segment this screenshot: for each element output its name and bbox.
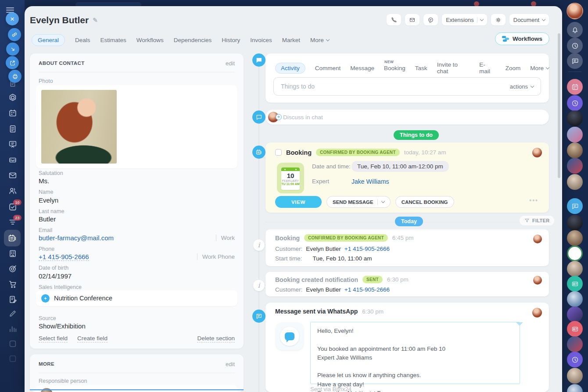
chat-user-avatar[interactable] [567, 261, 583, 277]
sales-intelligence-field[interactable]: Nutrition Conference [36, 290, 237, 306]
sidebar-item-docs[interactable] [8, 124, 18, 134]
expert-link[interactable]: Jake Williams [351, 178, 389, 185]
print-button[interactable] [8, 70, 22, 83]
tab-message[interactable]: Message [350, 65, 374, 71]
salutation-value[interactable]: Ms. [39, 177, 49, 185]
discuss-input[interactable] [283, 114, 546, 121]
customer-phone-link[interactable]: +1 415-905-2666 [344, 246, 390, 252]
chat-booking-channel[interactable] [567, 79, 583, 95]
chat-user-avatar[interactable] [567, 127, 583, 143]
view-button[interactable]: VIEW [275, 196, 322, 208]
sidebar-item-mail[interactable] [8, 171, 18, 180]
booking-checkbox[interactable] [275, 149, 282, 156]
avatar[interactable]: + [268, 112, 279, 122]
sidebar-item-storage[interactable] [8, 155, 18, 165]
chat-reminder-channel[interactable] [567, 95, 583, 111]
avatar[interactable] [532, 308, 542, 317]
sidebar-item-sign[interactable] [8, 309, 18, 318]
photo-field[interactable] [36, 85, 237, 168]
chat-user-avatar[interactable] [567, 306, 583, 322]
tab-history[interactable]: History [222, 37, 240, 43]
timeline-entry-notification[interactable]: Booking created notification SENT 6:30 p… [265, 272, 549, 296]
chat-user-avatar[interactable] [567, 384, 583, 392]
tab-booking[interactable]: NEWBooking [384, 65, 405, 71]
filter-button[interactable]: FILTER [520, 216, 554, 225]
chat-user-avatar[interactable] [567, 215, 583, 231]
messenger-button[interactable] [567, 53, 583, 69]
tab-invoices[interactable]: Invoices [250, 37, 272, 43]
tab-market[interactable]: Market [282, 37, 300, 43]
chat-user-avatar[interactable] [567, 230, 583, 246]
edit-name-icon[interactable]: ✎ [93, 17, 98, 24]
open-new-window-button[interactable] [6, 56, 19, 69]
chat-user-avatar[interactable] [567, 174, 583, 190]
history-button[interactable] [567, 38, 583, 53]
tab-activity[interactable]: Activity [275, 63, 305, 74]
sidebar-item-automation[interactable] [8, 93, 18, 103]
sidebar-item-employees[interactable] [8, 186, 18, 196]
sidebar-item-tasks[interactable]: 10 [8, 202, 18, 212]
settings-button[interactable] [491, 14, 506, 25]
sidebar-item-calendar[interactable] [8, 108, 18, 118]
tab-email[interactable]: E-mail [479, 61, 495, 75]
notifications-button[interactable] [567, 22, 583, 38]
source-value[interactable]: Show/Exhibition [39, 322, 86, 330]
email-button[interactable] [405, 14, 419, 25]
sidebar-item-crm[interactable]: 23 [8, 217, 18, 227]
create-field-link[interactable]: Create field [77, 335, 108, 342]
edit-section-link[interactable]: edit [226, 361, 235, 367]
actions-dropdown[interactable]: actions [510, 83, 534, 90]
sidebar-item-marketing[interactable] [8, 264, 18, 274]
sidebar-item-faded-2[interactable] [8, 354, 18, 363]
sidebar-item-boards[interactable] [8, 139, 18, 149]
chat-user-avatar[interactable] [567, 143, 583, 158]
chat-contact-channel[interactable] [567, 276, 583, 292]
todo-input[interactable] [281, 83, 510, 90]
chat-user-avatar[interactable] [567, 368, 583, 384]
tab-task[interactable]: Task [415, 65, 427, 71]
tab-invite-to-chat[interactable]: Invite to chat [437, 61, 470, 75]
avatar[interactable] [532, 148, 542, 157]
dob-value[interactable]: 02/14/1997 [39, 272, 72, 280]
tab-dependencies[interactable]: Dependencies [174, 37, 212, 43]
send-message-button[interactable]: SEND MESSAGE [326, 196, 391, 208]
chat-user-avatar[interactable] [567, 110, 583, 126]
chat-contact-channel[interactable] [567, 321, 583, 337]
delete-section-link[interactable]: Delete section [197, 335, 235, 342]
chat-user-avatar[interactable] [567, 336, 583, 352]
sidebar-item-contracts[interactable] [8, 295, 18, 304]
tab-general[interactable]: General [32, 34, 65, 46]
sidebar-item-booking-active[interactable] [4, 230, 21, 246]
tab-estimates[interactable]: Estimates [100, 37, 126, 43]
document-dropdown[interactable]: Document [509, 14, 549, 25]
add-participant-icon[interactable]: + [276, 114, 282, 120]
open-chat-button[interactable] [423, 14, 438, 25]
tab-zoom[interactable]: Zoom [506, 65, 521, 71]
current-user-avatar[interactable] [566, 3, 583, 19]
avatar[interactable] [533, 276, 542, 285]
call-button[interactable] [387, 14, 401, 25]
tab-deals[interactable]: Deals [75, 37, 90, 43]
extensions-dropdown[interactable]: Extensions [442, 14, 487, 25]
minimize-button[interactable] [6, 43, 19, 56]
avatar[interactable] [533, 235, 542, 243]
scrollbar[interactable] [558, 33, 560, 178]
phone-value[interactable]: +1 415-905-2666 [39, 253, 89, 261]
responsible-person-field[interactable]: Samantha Simpson [36, 385, 237, 392]
tab-composer-more[interactable]: More [530, 65, 549, 71]
workflows-button[interactable]: Workflows [495, 32, 549, 45]
edit-section-link[interactable]: edit [226, 60, 235, 67]
chat-user-avatar[interactable] [567, 158, 583, 174]
select-field-link[interactable]: Select field [39, 335, 68, 342]
sidebar-item-faded-1[interactable] [8, 339, 18, 349]
tab-more[interactable]: More [310, 37, 329, 43]
close-slider-button[interactable]: × [6, 12, 19, 25]
sidebar-item-company[interactable] [8, 249, 18, 258]
copy-link-button[interactable] [8, 28, 21, 41]
name-value[interactable]: Evelyn [39, 196, 58, 204]
brand-channel-avatar[interactable] [567, 246, 583, 261]
customer-phone-link[interactable]: +1 415-905-2666 [344, 286, 390, 293]
email-value[interactable]: butler-farmacy@mail.com [39, 234, 114, 242]
chat-reminder-channel[interactable] [567, 352, 583, 367]
chat-group-channel[interactable] [567, 198, 583, 214]
